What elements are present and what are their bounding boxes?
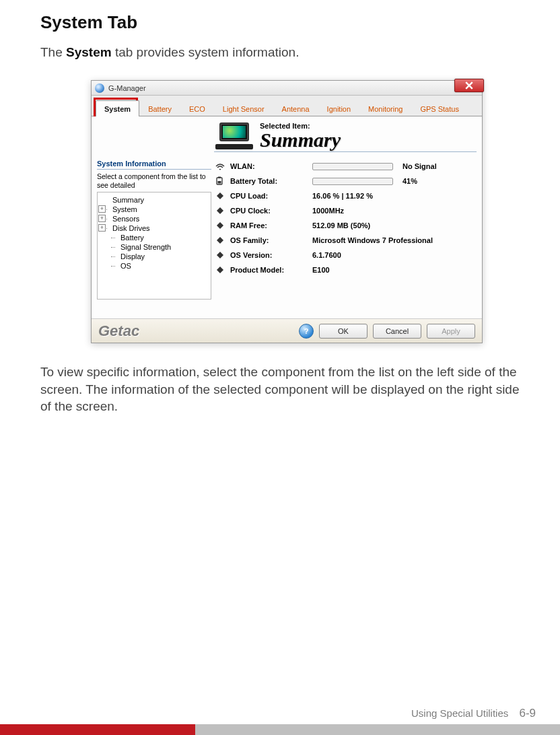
window-title: G-Manager — [108, 84, 146, 92]
help-icon[interactable]: ? — [299, 324, 314, 339]
group-title-sysinfo: System Information — [97, 160, 211, 170]
metric-value: Microsoft Windows 7 Professional — [312, 236, 433, 244]
metric-value: No Signal — [403, 162, 437, 170]
metric-wlan: WLAN: No Signal — [214, 159, 477, 174]
footer-text: Using Special Utilities — [411, 707, 508, 719]
tab-light-sensor[interactable]: Light Sensor — [214, 100, 273, 116]
close-button[interactable] — [454, 79, 484, 92]
intro-prefix: The — [40, 45, 66, 59]
chip-icon — [214, 236, 226, 245]
ok-button[interactable]: OK — [319, 324, 368, 339]
metric-os-family: OS Family: Microsoft Windows 7 Professio… — [214, 233, 477, 248]
tree-item-summary[interactable]: Summary — [99, 195, 209, 205]
tab-antenna[interactable]: Antenna — [273, 100, 318, 116]
tab-row: System Battery ECO Light Sensor Antenna … — [92, 96, 482, 116]
laptop-icon — [215, 123, 253, 149]
tree-item-sensors[interactable]: Sensors — [99, 214, 209, 223]
metric-value: 16.06 % | 11.92 % — [312, 192, 373, 200]
metrics-panel: WLAN: No Signal Battery Total: 41% CPU L… — [214, 159, 477, 277]
tab-ignition[interactable]: Ignition — [318, 100, 359, 116]
svg-marker-6 — [217, 237, 223, 244]
chip-icon — [214, 265, 226, 275]
tab-battery[interactable]: Battery — [139, 100, 180, 116]
cancel-button[interactable]: Cancel — [373, 324, 421, 339]
page-heading: System Tab — [40, 12, 533, 33]
tree-item-diskdrives[interactable]: Disk Drives — [99, 223, 209, 233]
svg-marker-5 — [217, 222, 223, 229]
metric-battery: Battery Total: 41% — [214, 174, 477, 188]
description-paragraph: To view specific information, select the… — [40, 363, 533, 415]
metric-value: 512.09 MB (50%) — [312, 221, 370, 230]
bottom-bar: Getac ? OK Cancel Apply — [92, 318, 482, 343]
svg-marker-8 — [217, 267, 223, 273]
metric-label: WLAN: — [230, 162, 308, 170]
metric-product-model: Product Model: E100 — [214, 262, 477, 277]
svg-rect-2 — [218, 181, 221, 184]
metric-label: Product Model: — [230, 266, 308, 274]
svg-rect-1 — [218, 177, 221, 178]
close-icon — [465, 81, 473, 90]
metric-os-version: OS Version: 6.1.7600 — [214, 248, 477, 262]
chip-icon — [214, 206, 226, 215]
svg-marker-7 — [217, 252, 223, 258]
metric-label: OS Version: — [230, 251, 308, 259]
metric-label: CPU Clock: — [230, 207, 308, 215]
titlebar: G-Manager — [92, 81, 482, 96]
tab-monitoring[interactable]: Monitoring — [359, 100, 411, 116]
intro-bold: System — [66, 45, 112, 59]
wlan-bar — [312, 163, 393, 170]
metric-value: 41% — [403, 177, 417, 185]
metric-label: CPU Load: — [230, 192, 308, 200]
tab-eco[interactable]: ECO — [180, 100, 214, 116]
footer-page-number: 6-9 — [519, 707, 536, 720]
chip-icon — [214, 221, 226, 230]
chip-icon — [214, 191, 226, 201]
svg-marker-3 — [217, 193, 223, 199]
page-footer: Using Special Utilities 6-9 — [411, 707, 536, 720]
wifi-icon — [214, 162, 226, 171]
tree-item-os[interactable]: OS — [99, 261, 209, 271]
metric-value: 1000MHz — [312, 207, 344, 215]
metric-label: OS Family: — [230, 236, 308, 244]
chip-icon — [214, 250, 226, 260]
metric-cpu-load: CPU Load: 16.06 % | 11.92 % — [214, 188, 477, 203]
tree-item-display[interactable]: Display — [99, 252, 209, 261]
metric-ram-free: RAM Free: 512.09 MB (50%) — [214, 218, 477, 233]
tree-item-system[interactable]: System — [99, 205, 209, 214]
footer-color-bar — [0, 724, 560, 735]
tree-item-signal-strength[interactable]: Signal Strength — [99, 242, 209, 252]
metric-cpu-clock: CPU Clock: 1000MHz — [214, 203, 477, 218]
metric-value: E100 — [312, 266, 330, 274]
apply-button[interactable]: Apply — [427, 324, 475, 339]
svg-marker-4 — [217, 207, 223, 214]
intro-suffix: tab provides system information. — [112, 45, 300, 59]
intro-paragraph: The System tab provides system informati… — [40, 45, 533, 60]
metric-label: Battery Total: — [230, 177, 308, 185]
tab-system[interactable]: System — [96, 100, 139, 116]
component-tree[interactable]: Summary System Sensors Disk Drives Batte… — [97, 192, 211, 300]
tree-item-battery[interactable]: Battery — [99, 233, 209, 242]
brand-label: Getac — [98, 322, 293, 340]
battery-bar — [312, 178, 393, 185]
selected-item-value: Summary — [260, 130, 341, 150]
gmanager-window: G-Manager System Battery ECO Light Senso… — [91, 80, 483, 343]
metric-label: RAM Free: — [230, 221, 308, 230]
tab-gps-status[interactable]: GPS Status — [411, 100, 467, 116]
battery-icon — [214, 176, 226, 186]
app-icon — [95, 83, 104, 93]
tree-hint: Select a component from the list to see … — [97, 172, 211, 189]
metric-value: 6.1.7600 — [312, 251, 341, 259]
